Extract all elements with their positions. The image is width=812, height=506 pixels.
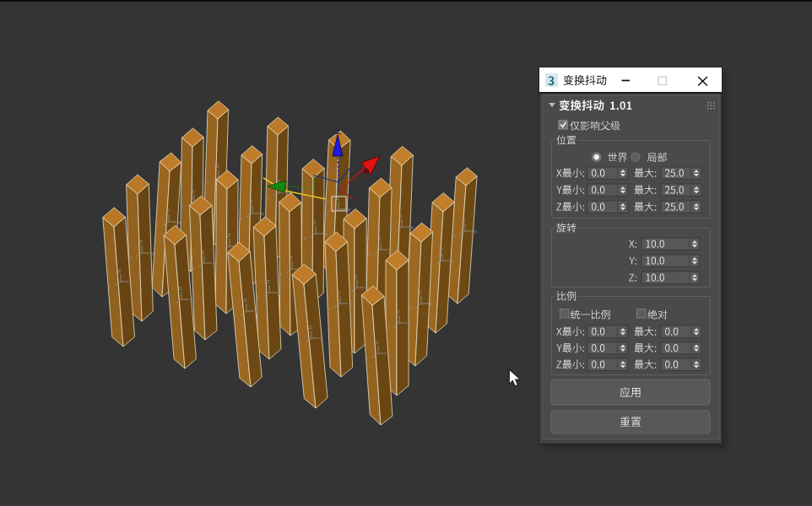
svg-text:X: X — [408, 321, 411, 326]
svg-text:Z: Z — [419, 290, 422, 295]
svg-text:X: X — [278, 291, 281, 296]
svg-text:Z: Z — [216, 164, 219, 169]
svg-text:X: X — [150, 251, 154, 256]
svg-text:Y: Y — [279, 272, 283, 277]
svg-text:X: X — [349, 302, 352, 307]
svg-text:X: X — [177, 220, 181, 225]
svg-text:X: X — [261, 212, 264, 217]
svg-text:Y: Y — [409, 306, 412, 311]
svg-text:X: X — [324, 232, 328, 237]
svg-text:Z: Z — [244, 298, 247, 303]
svg-text:Y: Y — [206, 180, 209, 185]
svg-text:Z: Z — [313, 220, 317, 225]
svg-text:Y: Y — [217, 249, 220, 254]
svg-text:Y: Y — [234, 314, 237, 319]
svg-text:Y: Y — [181, 205, 185, 210]
svg-text:Y: Y — [257, 295, 260, 300]
svg-text:Z: Z — [338, 290, 341, 295]
svg-text:Z: Z — [250, 200, 253, 205]
svg-text:Z: Z — [309, 325, 312, 330]
svg-text:X: X — [255, 310, 258, 315]
svg-text:Z: Z — [290, 256, 293, 261]
svg-text:Y: Y — [156, 224, 160, 229]
svg-text:Y: Y — [299, 341, 302, 346]
svg-text:X: X — [410, 225, 414, 230]
svg-text:Y: Y — [303, 236, 306, 241]
svg-text:Y: Y — [129, 256, 133, 261]
svg-text:Y: Y — [169, 302, 172, 307]
svg-text:Y: Y — [108, 284, 111, 289]
svg-text:Z: Z — [118, 268, 122, 273]
svg-text:X: X — [320, 336, 323, 342]
svg-text:Z: Z — [336, 127, 341, 136]
svg-text:X: X — [389, 248, 392, 253]
svg-text:Z: Z — [227, 233, 230, 238]
svg-text:Y: Y — [387, 326, 390, 331]
svg-text:Y: Y — [326, 212, 329, 217]
svg-text:Z: Z — [179, 286, 182, 291]
svg-text:Z: Z — [139, 240, 143, 245]
svg-text:X: X — [213, 261, 216, 266]
svg-text:Y: Y — [267, 195, 270, 200]
svg-text:Z: Z — [440, 247, 443, 252]
svg-text:Z: Z — [397, 310, 400, 315]
svg-text:X: X — [129, 280, 133, 285]
svg-text:X: X — [474, 229, 477, 234]
svg-text:Z: Z — [192, 189, 195, 194]
svg-text:Z: Z — [376, 340, 379, 345]
svg-text:X: X — [190, 298, 193, 303]
svg-text:X: X — [451, 259, 454, 264]
svg-text:Z: Z — [463, 218, 466, 223]
svg-text:Y: Y — [328, 306, 331, 311]
svg-text:Y: Y — [368, 252, 371, 257]
svg-text:Y: Y — [240, 216, 243, 221]
svg-text:Z: Z — [355, 274, 358, 279]
svg-text:Y: Y — [452, 234, 456, 239]
svg-text:Z: Z — [399, 213, 403, 218]
svg-text:X: X — [387, 352, 390, 357]
svg-text:X: X — [430, 302, 433, 307]
svg-text:Z: Z — [378, 236, 382, 241]
svg-text:Z: Z — [202, 250, 205, 255]
svg-text:Y: Y — [192, 266, 195, 271]
svg-text:Z: Z — [267, 279, 270, 284]
svg-text:X: X — [347, 207, 350, 213]
svg-text:Y: Y — [365, 356, 369, 361]
svg-text:Z: Z — [166, 208, 170, 213]
